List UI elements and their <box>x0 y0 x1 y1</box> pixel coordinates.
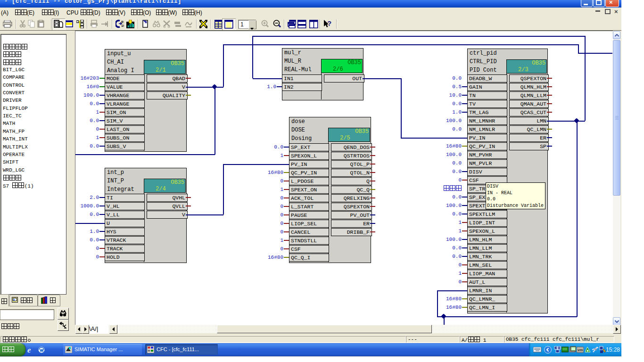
svg-text:10: 10 <box>121 24 124 28</box>
svg-text:01: 01 <box>121 20 124 24</box>
svg-text:?: ? <box>327 19 331 27</box>
svg-text:vm: vm <box>578 348 583 352</box>
